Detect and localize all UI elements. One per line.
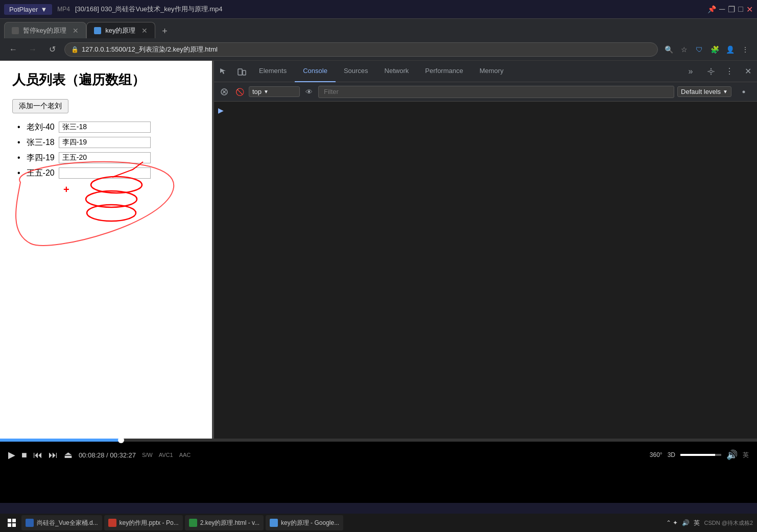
start-button[interactable]: [4, 515, 19, 530]
taskbar-icon-3: [189, 519, 197, 527]
list-input-4[interactable]: [59, 167, 151, 179]
taskbar-icon-1: [26, 519, 34, 527]
tab-close-1[interactable]: ✕: [73, 27, 79, 35]
devtools-more-icon[interactable]: ⋮: [720, 62, 739, 81]
prev-button[interactable]: ⏮: [33, 450, 42, 461]
tab-console[interactable]: Console: [295, 61, 336, 82]
tab-active[interactable]: key的原理 ✕: [86, 22, 155, 38]
levels-selector[interactable]: Default levels ▼: [677, 86, 731, 97]
context-selector[interactable]: top ▼: [249, 86, 300, 97]
profile-icon[interactable]: 👤: [724, 44, 736, 55]
devtools-settings-icon[interactable]: [702, 62, 720, 81]
list-input-2[interactable]: [59, 137, 151, 148]
menu-icon[interactable]: ⋮: [740, 44, 751, 55]
context-value: top: [252, 88, 262, 95]
player-section: ▶ ■ ⏮ ⏭ ⏏ 00:08:28 / 00:32:27 S/W AVC1 A…: [0, 439, 757, 503]
list-item: • 李四-19: [17, 152, 200, 163]
puzzle-icon[interactable]: 🧩: [709, 44, 720, 55]
list-item: • 老刘-40: [17, 122, 200, 133]
inspect-element-icon[interactable]: [214, 62, 232, 81]
more-tabs-icon[interactable]: »: [681, 62, 700, 81]
bookmark-icon[interactable]: ☆: [678, 44, 690, 55]
taskbar-icon-4: [270, 519, 278, 527]
player-label: PotPlayer: [9, 6, 38, 13]
tab-label-2: key的原理: [105, 26, 135, 35]
taskbar-item-4[interactable]: key的原理 - Google...: [266, 515, 343, 530]
list-text-1: 老刘-40: [27, 122, 55, 133]
add-button[interactable]: 添加一个老刘: [12, 99, 68, 113]
eject-button[interactable]: ⏏: [64, 449, 73, 461]
address-bar: ← → ↺ 🔒 127.0.0.1:5500/12_列表渲染/2.key的原理.…: [0, 38, 757, 61]
close-icon[interactable]: ✕: [746, 5, 753, 14]
progress-fill: [0, 439, 121, 442]
stop-button[interactable]: ■: [21, 450, 27, 461]
address-input[interactable]: 🔒 127.0.0.1:5500/12_列表渲染/2.key的原理.html: [64, 42, 658, 57]
taskbar-label-4: key的原理 - Google...: [281, 519, 339, 527]
player-name[interactable]: PotPlayer ▼: [4, 4, 52, 15]
clear-console-icon[interactable]: [218, 86, 230, 98]
taskbar-watermark: CSDN @待木成栋2: [704, 519, 753, 527]
tab-memory[interactable]: Memory: [471, 61, 512, 82]
codec2: AAC: [179, 452, 191, 458]
extension-icon[interactable]: 🛡: [694, 44, 705, 55]
volume-fill: [680, 454, 715, 456]
taskbar-item-3[interactable]: 2.key的原理.html - v...: [185, 515, 264, 530]
taskbar-lang[interactable]: 英: [694, 519, 700, 527]
pin-icon[interactable]: 📌: [707, 5, 716, 13]
tab-close-2[interactable]: ✕: [141, 27, 148, 35]
forward-button[interactable]: →: [26, 42, 40, 57]
devtools-close-icon[interactable]: ✕: [739, 62, 757, 81]
svg-rect-7: [8, 519, 11, 522]
svg-rect-10: [12, 523, 16, 527]
taskbar-icon-2: [108, 519, 116, 527]
tab-elements[interactable]: Elements: [251, 61, 295, 82]
bullet-4: •: [17, 168, 20, 178]
current-time: 00:08:28 / 00:32:27: [79, 451, 136, 459]
minimize-icon[interactable]: ─: [719, 5, 725, 14]
zoom-icon[interactable]: 🔍: [663, 44, 674, 55]
progress-bar[interactable]: [0, 439, 757, 442]
player-controls: ▶ ■ ⏮ ⏭ ⏏ 00:08:28 / 00:32:27 S/W AVC1 A…: [0, 442, 757, 468]
eye-icon[interactable]: 👁: [303, 86, 315, 98]
restore-icon[interactable]: ❐: [728, 5, 735, 14]
volume-bar[interactable]: [680, 454, 721, 456]
file-title: [30/168] 030_尚硅谷Vue技术_key作用与原理.mp4: [75, 5, 223, 14]
tab-performance[interactable]: Performance: [417, 61, 471, 82]
console-settings-icon[interactable]: [735, 83, 753, 101]
new-tab-button[interactable]: +: [157, 24, 172, 38]
maximize-icon[interactable]: □: [738, 5, 743, 14]
list-item: • 王五-20: [17, 167, 200, 179]
list-input-3[interactable]: [59, 152, 151, 163]
tab-paused[interactable]: 暂停key的原理 ✕: [4, 22, 86, 38]
taskbar-item-1[interactable]: 尚硅谷_Vue全家桶.d...: [21, 515, 102, 530]
bullet-2: •: [17, 138, 20, 147]
progress-thumb[interactable]: [118, 437, 124, 443]
address-icons: 🔍 ☆ 🛡 🧩 👤 ⋮: [663, 44, 751, 55]
title-bar-left: PotPlayer ▼ MP4 [30/168] 030_尚硅谷Vue技术_ke…: [4, 4, 701, 15]
back-button[interactable]: ←: [6, 42, 20, 57]
list-container: • 老刘-40 • 张三-18 • 李四-19: [12, 122, 200, 179]
3d-button[interactable]: 3D: [668, 451, 675, 458]
console-expand-arrow[interactable]: ▶: [218, 106, 224, 114]
taskbar-volume-icon[interactable]: 🔊: [682, 519, 690, 526]
filter-input[interactable]: [318, 86, 674, 98]
degree-button[interactable]: 360°: [650, 451, 663, 458]
refresh-button[interactable]: ↺: [45, 42, 59, 57]
block-icon[interactable]: 🚫: [233, 86, 246, 98]
next-button[interactable]: ⏭: [49, 450, 58, 461]
levels-value: Default levels: [681, 88, 721, 95]
play-button[interactable]: ▶: [8, 449, 15, 461]
tab-sources[interactable]: Sources: [336, 61, 376, 82]
speaker-icon[interactable]: 🔊: [726, 449, 738, 461]
player-dropdown-icon[interactable]: ▼: [40, 6, 47, 13]
device-toolbar-icon[interactable]: [232, 62, 251, 81]
devtools-panel: Elements Console Sources Network Perform…: [214, 61, 757, 439]
content-area: 人员列表（遍历数组） 添加一个老刘 • 老刘-40 • 张三-18: [0, 61, 757, 439]
list-input-1[interactable]: [59, 122, 151, 133]
taskbar-item-2[interactable]: key的作用.pptx - Po...: [104, 515, 183, 530]
left-panel-wrapper: 人员列表（遍历数组） 添加一个老刘 • 老刘-40 • 张三-18: [0, 61, 212, 439]
tab-network[interactable]: Network: [376, 61, 417, 82]
context-dropdown-icon: ▼: [264, 89, 269, 94]
bullet-1: •: [17, 123, 20, 132]
console-toolbar: 🚫 top ▼ 👁 Default levels ▼: [214, 82, 757, 102]
